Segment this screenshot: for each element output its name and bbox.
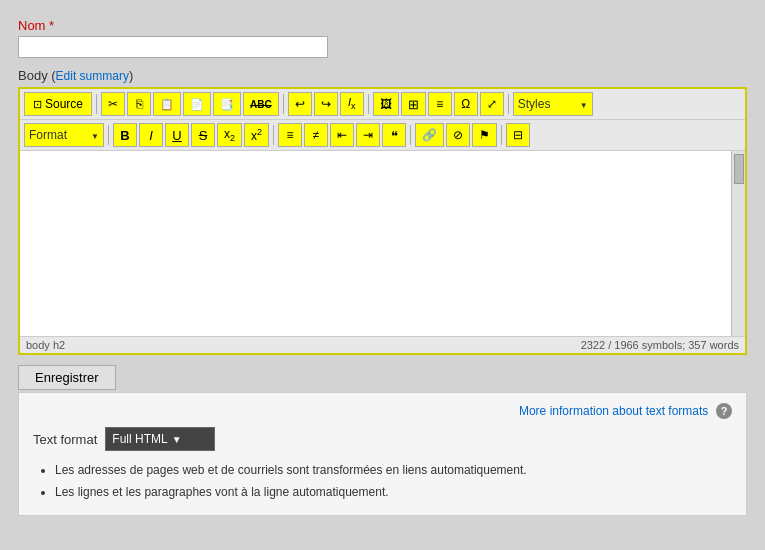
help-icon[interactable]: ? <box>716 403 732 418</box>
bold-button[interactable]: B <box>113 123 137 147</box>
source-button[interactable]: ⊡ Source <box>24 92 92 116</box>
superscript-button[interactable]: x2 <box>244 123 269 147</box>
underline-button[interactable]: U <box>165 123 189 147</box>
paste-text-icon: 📄 <box>190 98 204 111</box>
text-format-section: More information about text formats ? Te… <box>18 392 747 516</box>
paste-word-button[interactable]: 📑 <box>213 92 241 116</box>
paste-button[interactable]: 📋 <box>153 92 181 116</box>
separator-3 <box>368 94 369 114</box>
table-icon: ⊞ <box>408 97 419 112</box>
editor-status: body h2 2322 / 1966 symbols; 357 words <box>20 336 745 353</box>
separator-5 <box>108 125 109 145</box>
source-icon: ⊡ <box>33 98 42 111</box>
editor-wrapper: ⊡ Source ✂ ⎘ 📋 📄 📑 <box>18 87 747 355</box>
indent-icon: ⇥ <box>363 128 373 142</box>
body-text: Body <box>18 68 48 83</box>
separator-2 <box>283 94 284 114</box>
link-button[interactable]: 🔗 <box>415 123 444 147</box>
save-btn-area: Enregistrer <box>18 365 747 390</box>
table-button[interactable]: ⊞ <box>401 92 426 116</box>
blockquote-icon: ❝ <box>391 128 398 143</box>
text-format-label: Text format <box>33 432 97 447</box>
superscript-icon: x2 <box>251 127 262 143</box>
italic-icon: I <box>149 128 153 143</box>
body-section: Body (Edit summary) ⊡ Source ✂ ⎘ 📋 <box>18 68 747 355</box>
nom-text: Nom <box>18 18 45 33</box>
editor-tags: body h2 <box>26 339 65 351</box>
format-dropdown[interactable]: Format <box>24 123 104 147</box>
subscript-icon: x2 <box>224 127 235 143</box>
bullet-text-2: Les lignes et les paragraphes vont à la … <box>55 485 389 499</box>
source-label: Source <box>45 97 83 111</box>
spellcheck-icon: ABC <box>250 99 272 110</box>
unlink-button[interactable]: ⊘ <box>446 123 470 147</box>
separator-1 <box>96 94 97 114</box>
ordered-list-button[interactable]: ≡ <box>278 123 302 147</box>
list-item: Les lignes et les paragraphes vont à la … <box>55 483 732 501</box>
copy-icon: ⎘ <box>136 97 143 111</box>
editor-area-container <box>20 151 745 336</box>
link-icon: 🔗 <box>422 128 437 142</box>
cut-button[interactable]: ✂ <box>101 92 125 116</box>
bullet-text-1: Les adresses de pages web et de courriel… <box>55 463 527 477</box>
styles-chevron-icon <box>580 97 588 111</box>
separator-7 <box>410 125 411 145</box>
paste-text-button[interactable]: 📄 <box>183 92 211 116</box>
bold-icon: B <box>120 128 129 143</box>
image-button[interactable]: 🖼 <box>373 92 399 116</box>
styles-dropdown[interactable]: Styles <box>513 92 593 116</box>
scrollbar-track[interactable] <box>731 151 745 336</box>
separator-8 <box>501 125 502 145</box>
unordered-list-icon: ≠ <box>313 128 320 142</box>
toolbar-row2: Format B I U S x2 <box>20 120 745 151</box>
list-item: Les adresses de pages web et de courriel… <box>55 461 732 479</box>
scrollbar-thumb[interactable] <box>734 154 744 184</box>
format-label: Format <box>29 128 67 142</box>
body-label: Body (Edit summary) <box>18 68 747 83</box>
paste-word-icon: 📑 <box>220 98 234 111</box>
align-button[interactable]: ≡ <box>428 92 452 116</box>
align-icon: ≡ <box>436 97 443 111</box>
spellcheck-button[interactable]: ABC <box>243 92 279 116</box>
undo-icon: ↩ <box>295 97 305 111</box>
save-button[interactable]: Enregistrer <box>18 365 116 390</box>
undo-button[interactable]: ↩ <box>288 92 312 116</box>
editor-text-area[interactable] <box>20 151 731 336</box>
subscript-button[interactable]: x2 <box>217 123 242 147</box>
required-marker: * <box>49 18 54 33</box>
cut-icon: ✂ <box>108 97 118 111</box>
styles-extra-button[interactable]: ⊟ <box>506 123 530 147</box>
italic-button[interactable]: I <box>139 123 163 147</box>
copy-button[interactable]: ⎘ <box>127 92 151 116</box>
indent-button[interactable]: ⇥ <box>356 123 380 147</box>
outdent-icon: ⇤ <box>337 128 347 142</box>
redo-button[interactable]: ↪ <box>314 92 338 116</box>
text-format-select[interactable]: Full HTML ▼ <box>105 427 215 451</box>
maximize-icon: ⤢ <box>487 97 497 111</box>
anchor-button[interactable]: ⚑ <box>472 123 497 147</box>
remove-format-button[interactable]: Ix <box>340 92 364 116</box>
maximize-button[interactable]: ⤢ <box>480 92 504 116</box>
text-format-select-arrow-icon: ▼ <box>172 434 182 445</box>
blockquote-button[interactable]: ❝ <box>382 123 406 147</box>
anchor-icon: ⚑ <box>479 128 490 142</box>
edit-summary-link[interactable]: Edit summary <box>56 69 129 83</box>
nom-input[interactable] <box>18 36 328 58</box>
outdent-button[interactable]: ⇤ <box>330 123 354 147</box>
separator-4 <box>508 94 509 114</box>
text-format-row: Text format Full HTML ▼ <box>33 427 732 451</box>
nom-label: Nom * <box>18 18 747 33</box>
unordered-list-button[interactable]: ≠ <box>304 123 328 147</box>
unlink-icon: ⊘ <box>453 128 463 142</box>
special-char-button[interactable]: Ω <box>454 92 478 116</box>
redo-icon: ↪ <box>321 97 331 111</box>
more-info-link[interactable]: More information about text formats <box>519 404 708 418</box>
toolbar-row1: ⊡ Source ✂ ⎘ 📋 📄 📑 <box>20 89 745 120</box>
strikethrough-button[interactable]: S <box>191 123 215 147</box>
more-info-row: More information about text formats ? <box>33 403 732 419</box>
special-char-icon: Ω <box>461 97 470 111</box>
nom-section: Nom * <box>18 18 747 58</box>
bullet-list: Les adresses de pages web et de courriel… <box>33 461 732 501</box>
styles-extra-icon: ⊟ <box>513 128 523 142</box>
editor-stats: 2322 / 1966 symbols; 357 words <box>581 339 739 351</box>
